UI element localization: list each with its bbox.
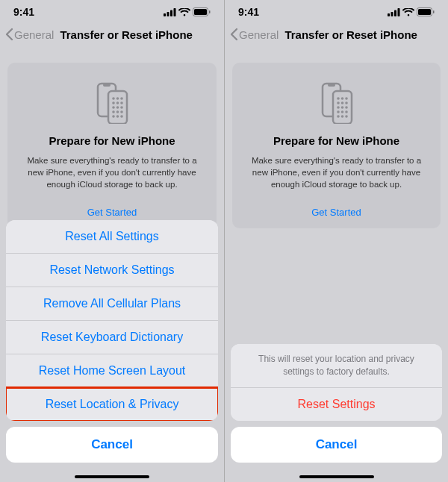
reset-settings-button[interactable]: Reset Settings	[231, 388, 442, 421]
prepare-card: Prepare for New iPhone Make sure everyth…	[7, 63, 217, 228]
svg-point-20	[116, 110, 119, 113]
prepare-card: Prepare for New iPhone Make sure everyth…	[232, 63, 441, 228]
sheet-options-block: Reset All Settings Reset Network Setting…	[6, 220, 218, 421]
status-bar: 9:41	[0, 0, 224, 21]
cellular-signal-icon	[388, 8, 400, 16]
svg-rect-31	[433, 10, 435, 13]
svg-rect-3	[174, 8, 176, 16]
phone-screen-right: 9:41 General Transfer or Reset iPhone	[224, 0, 448, 482]
obscured-text	[231, 466, 442, 476]
battery-icon	[417, 7, 435, 16]
status-icons	[164, 7, 211, 16]
svg-point-18	[120, 106, 123, 109]
svg-point-21	[120, 110, 123, 113]
svg-rect-0	[164, 13, 166, 16]
svg-rect-8	[103, 84, 111, 87]
status-icons	[388, 7, 435, 16]
svg-point-16	[112, 106, 115, 109]
svg-point-37	[345, 97, 348, 100]
svg-point-47	[337, 115, 340, 118]
status-bar: 9:41	[225, 0, 448, 21]
cancel-button[interactable]: Cancel	[6, 427, 218, 463]
svg-point-40	[345, 101, 348, 104]
svg-point-42	[340, 106, 343, 109]
card-title: Prepare for New iPhone	[243, 134, 430, 147]
svg-point-23	[116, 115, 119, 118]
chevron-left-icon	[4, 28, 13, 41]
nav-bar: General Transfer or Reset iPhone	[0, 21, 224, 48]
nav-bar: General Transfer or Reset iPhone	[225, 21, 448, 48]
card-body: Make sure everything's ready to transfer…	[243, 154, 430, 190]
sheet-confirm-block: This will reset your location and privac…	[231, 344, 442, 421]
obscured-text	[6, 466, 218, 476]
svg-rect-5	[194, 9, 207, 15]
svg-point-17	[116, 106, 119, 109]
battery-icon	[193, 7, 211, 16]
phones-illustration-icon	[317, 82, 357, 124]
wifi-icon	[178, 8, 190, 16]
wifi-icon	[402, 8, 414, 16]
confirm-reset-sheet: This will reset your location and privac…	[225, 344, 448, 482]
status-time: 9:41	[238, 6, 259, 18]
svg-point-14	[116, 101, 119, 104]
back-label: General	[239, 28, 279, 41]
sheet-message: This will reset your location and privac…	[231, 344, 442, 388]
card-body: Make sure everything's ready to transfer…	[18, 154, 206, 190]
svg-rect-1	[167, 12, 169, 16]
page-title: Transfer or Reset iPhone	[284, 28, 417, 41]
home-indicator[interactable]	[299, 475, 374, 478]
svg-rect-6	[209, 10, 211, 13]
reset-options-sheet: Reset All Settings Reset Network Setting…	[0, 220, 224, 482]
svg-point-39	[340, 101, 343, 104]
page-title: Transfer or Reset iPhone	[60, 28, 193, 41]
svg-rect-2	[170, 10, 172, 16]
get-started-link[interactable]: Get Started	[243, 207, 430, 218]
reset-keyboard-dictionary-button[interactable]: Reset Keyboard Dictionary	[6, 321, 218, 354]
svg-rect-26	[391, 12, 393, 16]
svg-point-13	[112, 101, 115, 104]
svg-rect-25	[388, 13, 390, 16]
status-time: 9:41	[13, 6, 34, 18]
svg-point-45	[340, 110, 343, 113]
home-indicator[interactable]	[75, 475, 149, 478]
back-label: General	[14, 28, 54, 41]
svg-point-19	[112, 110, 115, 113]
cancel-button[interactable]: Cancel	[231, 427, 442, 463]
svg-point-38	[337, 101, 340, 104]
svg-point-10	[112, 97, 115, 100]
svg-point-22	[112, 115, 115, 118]
svg-point-46	[345, 110, 348, 113]
cellular-signal-icon	[164, 8, 176, 16]
svg-point-44	[337, 110, 340, 113]
svg-point-24	[120, 115, 123, 118]
get-started-link[interactable]: Get Started	[18, 207, 206, 218]
svg-point-49	[345, 115, 348, 118]
phones-illustration-icon	[92, 82, 132, 124]
svg-rect-30	[418, 9, 431, 15]
svg-point-11	[116, 97, 119, 100]
svg-point-48	[340, 115, 343, 118]
svg-rect-33	[328, 84, 335, 87]
chevron-left-icon	[229, 28, 238, 41]
reset-location-privacy-button[interactable]: Reset Location & Privacy	[6, 388, 218, 421]
reset-network-settings-button[interactable]: Reset Network Settings	[6, 254, 218, 287]
remove-all-cellular-plans-button[interactable]: Remove All Cellular Plans	[6, 287, 218, 321]
back-button[interactable]: General	[4, 28, 54, 41]
svg-point-36	[340, 97, 343, 100]
svg-point-35	[337, 97, 340, 100]
svg-point-41	[337, 106, 340, 109]
svg-point-43	[345, 106, 348, 109]
phone-screen-left: 9:41 General Transfer or Reset iPhone	[0, 0, 224, 482]
svg-point-15	[120, 101, 123, 104]
reset-home-screen-layout-button[interactable]: Reset Home Screen Layout	[6, 354, 218, 388]
svg-rect-27	[394, 10, 396, 16]
reset-all-settings-button[interactable]: Reset All Settings	[6, 220, 218, 254]
svg-point-12	[120, 97, 123, 100]
card-title: Prepare for New iPhone	[18, 134, 206, 147]
svg-rect-28	[398, 8, 400, 16]
back-button[interactable]: General	[229, 28, 279, 41]
